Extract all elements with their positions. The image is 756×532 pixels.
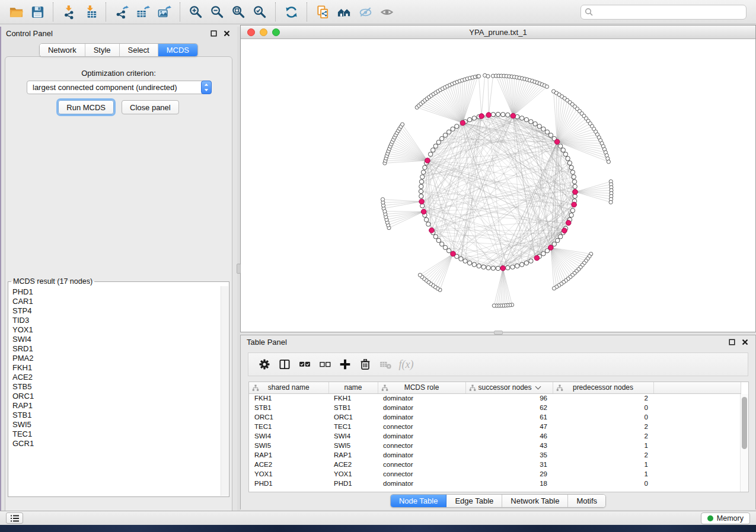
network-node[interactable] xyxy=(440,242,444,246)
network-node[interactable] xyxy=(496,112,500,116)
cell-shared_name[interactable]: ORC1 xyxy=(249,412,328,422)
cell-name[interactable]: STB1 xyxy=(328,403,378,412)
show-all-button[interactable] xyxy=(376,2,397,22)
maximize-window-icon[interactable] xyxy=(272,28,280,36)
close-window-icon[interactable] xyxy=(247,28,255,36)
run-mcds-button[interactable]: Run MCDS xyxy=(58,100,114,114)
dominator-node[interactable] xyxy=(562,228,567,233)
network-node[interactable] xyxy=(486,75,490,78)
cell-shared_name[interactable]: STB1 xyxy=(249,403,328,412)
cell-mcds_role[interactable]: dominator xyxy=(378,403,465,412)
cell-shared_name[interactable]: YOX1 xyxy=(249,469,328,479)
cell-name[interactable]: YOX1 xyxy=(328,469,378,479)
network-node[interactable] xyxy=(563,152,567,156)
dominator-node[interactable] xyxy=(534,255,540,261)
network-node[interactable] xyxy=(506,113,510,117)
network-node[interactable] xyxy=(472,262,476,267)
network-node[interactable] xyxy=(609,200,613,204)
network-node[interactable] xyxy=(419,189,423,193)
dominator-node[interactable] xyxy=(500,265,506,271)
dominator-node[interactable] xyxy=(548,245,554,251)
cell-predecessor_nodes[interactable]: 2 xyxy=(553,422,653,431)
tab-style[interactable]: Style xyxy=(85,44,120,56)
network-node[interactable] xyxy=(423,165,427,169)
cell-shared_name[interactable]: TEC1 xyxy=(249,422,328,431)
column-header-shared-name[interactable]: shared name xyxy=(249,382,328,393)
network-node[interactable] xyxy=(491,113,495,117)
cell-successor_nodes[interactable]: 96 xyxy=(465,393,553,403)
network-node[interactable] xyxy=(561,148,565,152)
table-row[interactable]: SWI4SWI4dominator462 xyxy=(249,431,741,441)
cell-predecessor_nodes[interactable]: 0 xyxy=(553,403,653,412)
mcds-result-item[interactable]: SWI5 xyxy=(12,420,229,430)
save-session-button[interactable] xyxy=(27,2,48,22)
network-node[interactable] xyxy=(559,235,563,239)
network-node[interactable] xyxy=(428,152,432,156)
cell-shared_name[interactable]: SWI5 xyxy=(249,441,328,450)
close-table-panel-button[interactable] xyxy=(740,338,749,347)
table-row[interactable]: ORC1ORC1dominator610 xyxy=(249,412,741,422)
network-node[interactable] xyxy=(506,265,510,270)
minimize-window-icon[interactable] xyxy=(260,28,267,36)
search-box[interactable] xyxy=(580,5,747,20)
cell-name[interactable]: TEC1 xyxy=(328,422,378,431)
network-node[interactable] xyxy=(541,252,546,256)
cell-successor_nodes[interactable]: 43 xyxy=(465,441,553,450)
cell-successor_nodes[interactable]: 46 xyxy=(465,431,553,441)
network-node[interactable] xyxy=(491,266,495,270)
task-history-button[interactable] xyxy=(6,512,23,524)
mcds-result-item[interactable]: FKH1 xyxy=(12,363,229,373)
zoom-out-button[interactable] xyxy=(206,2,228,22)
zoom-in-button[interactable] xyxy=(185,2,206,22)
mcds-result-item[interactable]: PHD1 xyxy=(12,287,229,297)
function-button[interactable]: f(x) xyxy=(395,355,416,374)
network-node[interactable] xyxy=(477,75,480,78)
network-node[interactable] xyxy=(537,124,541,129)
network-node[interactable] xyxy=(524,261,528,265)
mcds-result-item[interactable]: SWI4 xyxy=(12,335,229,344)
network-window-titlebar[interactable]: YPA_prune.txt_1 xyxy=(241,25,755,39)
select-all-button[interactable] xyxy=(295,355,315,374)
delete-button[interactable] xyxy=(355,355,375,374)
dominator-node[interactable] xyxy=(573,190,578,195)
table-row[interactable]: ACE2ACE2connector311 xyxy=(249,460,741,469)
dominator-node[interactable] xyxy=(429,228,435,233)
mcds-result-item[interactable]: STB5 xyxy=(12,382,229,392)
network-node[interactable] xyxy=(455,124,459,129)
mcds-result-item[interactable]: PMA2 xyxy=(12,354,229,363)
dominator-node[interactable] xyxy=(451,251,456,257)
vertical-splitter-handle[interactable] xyxy=(237,264,241,274)
delete-column-button[interactable] xyxy=(375,355,395,374)
network-node[interactable] xyxy=(433,235,438,239)
cell-mcds_role[interactable]: dominator xyxy=(378,450,465,460)
dominator-node[interactable] xyxy=(572,202,577,207)
network-node[interactable] xyxy=(421,170,425,174)
network-node[interactable] xyxy=(383,210,387,213)
network-node[interactable] xyxy=(501,113,505,117)
tab-network[interactable]: Network xyxy=(40,44,85,56)
mcds-result-item[interactable]: GCR1 xyxy=(12,439,229,448)
cell-shared_name[interactable]: FKH1 xyxy=(249,393,328,403)
clone-network-button[interactable] xyxy=(312,2,333,22)
float-panel-button[interactable] xyxy=(209,29,218,39)
network-node[interactable] xyxy=(567,161,572,165)
network-node[interactable] xyxy=(381,198,384,201)
network-node[interactable] xyxy=(569,165,573,169)
network-node[interactable] xyxy=(515,264,519,268)
cell-successor_nodes[interactable]: 29 xyxy=(465,469,553,479)
network-node[interactable] xyxy=(533,121,537,126)
table-row[interactable]: YOX1YOX1connector291 xyxy=(249,469,741,479)
cell-successor_nodes[interactable]: 61 xyxy=(465,412,553,422)
export-network-button[interactable] xyxy=(111,2,132,22)
chevron-down-icon[interactable] xyxy=(535,384,541,390)
network-node[interactable] xyxy=(486,265,490,270)
network-node[interactable] xyxy=(570,209,575,213)
network-node[interactable] xyxy=(446,249,451,253)
table-scrollbar-thumb[interactable] xyxy=(742,397,747,449)
mcds-result-item[interactable]: ACE2 xyxy=(12,373,229,382)
network-node[interactable] xyxy=(607,160,610,164)
network-node[interactable] xyxy=(545,130,549,134)
search-input[interactable] xyxy=(594,8,742,17)
mcds-list-scrollbar[interactable] xyxy=(221,286,228,496)
open-file-button[interactable] xyxy=(5,2,27,22)
